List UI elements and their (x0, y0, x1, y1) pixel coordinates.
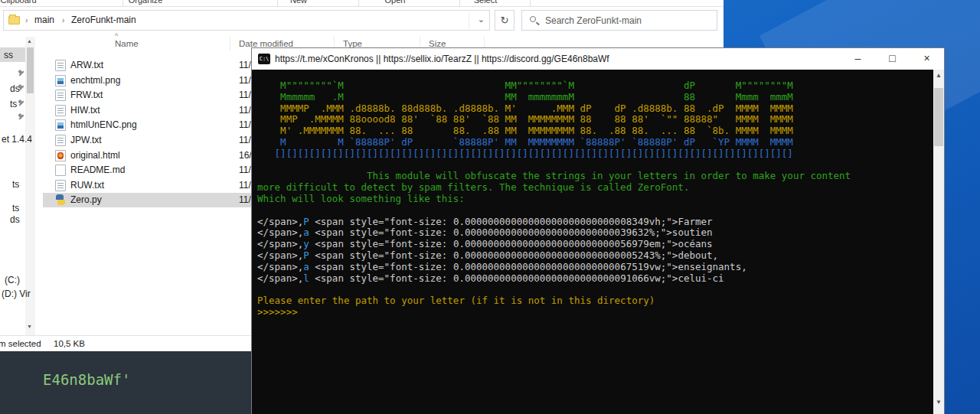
scroll-down-icon[interactable]: ▼ (936, 399, 942, 406)
pin-icon (18, 114, 25, 122)
selection-status: m selected (0, 339, 41, 348)
txt-file-icon (55, 105, 66, 116)
console-line: more difficult to detect by spam filters… (257, 182, 851, 194)
png-file-icon (55, 119, 66, 131)
file-name: JPW.txt (70, 135, 102, 145)
sidebar-item[interactable]: et 1.4.4 (2, 134, 32, 146)
breadcrumb-item-current[interactable]: ZeroFunkt-main (71, 15, 136, 25)
address-bar[interactable]: › main › ZeroFunkt-main ⌄ (3, 10, 490, 31)
close-button[interactable]: × (910, 48, 944, 70)
breadcrumb-item-main[interactable]: main (34, 15, 54, 25)
console-line: </span>,a <span style="font-size: 0.0000… (257, 227, 851, 239)
ribbon-strip: ClipboardOrganizeNewOpenSelect (0, 0, 724, 7)
file-date: 11/ (239, 60, 251, 70)
ribbon-group-organize: Organize (129, 0, 163, 5)
console-title-bar[interactable]: C:\ https://t.me/xConKronos || https://s… (252, 48, 944, 70)
address-dropdown-icon[interactable]: ⌄ (478, 15, 485, 24)
file-date: 11/ (239, 180, 251, 191)
navigation-pane: ▲ ▼ ssdstset 1.4.4tstsds(C:)(D:) Vir (0, 37, 37, 335)
ribbon-group-clipboard: Clipboard (0, 0, 36, 5)
breadcrumb-chevron: › (62, 15, 64, 25)
selection-size: 10,5 KB (54, 339, 85, 348)
ribbon-group-select: Select (474, 0, 498, 5)
html-file-icon (55, 150, 66, 161)
console-line: </span>,y <span style="font-size: 0.0000… (257, 239, 851, 250)
console-window: C:\ https://t.me/xConKronos || https://s… (251, 47, 945, 414)
sidebar-item[interactable]: ss (4, 50, 13, 62)
md-file-icon (55, 165, 66, 176)
file-date: 16/ (239, 150, 252, 161)
maximize-button[interactable]: □ (875, 48, 910, 70)
sidebar-item[interactable]: (D:) Vir (2, 288, 31, 301)
editor-text-fragment: E46n8baWf' (43, 371, 130, 388)
editor-pane: E46n8baWf' (0, 351, 251, 414)
console-line: </span>,P <span style="font-size: 0.0000… (257, 217, 851, 228)
console-scrollbar[interactable]: ▲ ▼ (933, 70, 944, 414)
png-file-icon (55, 75, 66, 86)
txt-file-icon (55, 135, 66, 146)
sidebar-item[interactable]: (C:) (5, 275, 20, 287)
scrollbar-thumb[interactable] (27, 47, 34, 93)
txt-file-icon (55, 180, 66, 191)
pin-icon (18, 100, 25, 108)
scrollbar-thumb[interactable] (934, 88, 943, 146)
console-line: Mmmmmm .M MM mmmmmmmM 88 Mmmm mmmM (257, 92, 851, 103)
file-date: 11/ (239, 194, 251, 205)
divider (469, 13, 469, 29)
file-date: 11/ (239, 135, 251, 145)
file-date: 11/ (239, 90, 251, 100)
file-name: FRW.txt (70, 90, 103, 100)
console-line: MMMMP .MMM .d8888b. 88d888b. .d8888b. M'… (257, 103, 851, 115)
desktop: { "theme": { "green": "#2EA21D", "gold":… (0, 0, 980, 414)
console-line: </span>,P <span style="font-size: 0.0000… (257, 250, 851, 262)
file-name: enchtml.png (70, 75, 120, 86)
scroll-up-icon[interactable]: ▲ (936, 72, 942, 79)
cmd-icon: C:\ (258, 54, 270, 64)
console-line: </span>,l <span style="font-size: 0.0000… (257, 273, 851, 285)
console-body[interactable]: M""""""""`M MM""""""""`M dP M""""""""M M… (252, 70, 944, 414)
console-line: M' .MMMMMMM 88. ... 88 88. .88 MM MMMMMM… (257, 126, 851, 137)
sidebar-item[interactable]: ts (12, 203, 19, 215)
ribbon-group-open: Open (385, 0, 406, 5)
sidebar-item[interactable]: ts (12, 179, 19, 191)
sidebar-item[interactable]: ds (10, 214, 20, 227)
file-name: HIW.txt (70, 105, 100, 116)
console-line: M M `88888P' dP `88888P' MM MMMMMMMM `88… (257, 137, 851, 148)
refresh-button[interactable]: ↻ (495, 10, 514, 31)
scroll-up-icon[interactable]: ▲ (27, 38, 32, 44)
refresh-icon: ↻ (501, 15, 509, 26)
console-line: This module will obfuscate the strings i… (257, 171, 851, 182)
file-date: 11/ (239, 75, 251, 86)
file-name: README.md (70, 165, 125, 175)
breadcrumb-chevron: › (25, 15, 28, 25)
search-box[interactable] (521, 10, 717, 31)
console-line: [][][][][][][][][][][][][][][][][][][][]… (257, 148, 851, 160)
address-toolbar: › main › ZeroFunkt-main ⌄ ↻ (0, 8, 724, 35)
txt-file-icon (55, 90, 66, 101)
console-title: https://t.me/xConKronos || https://selli… (275, 54, 609, 64)
txt-file-icon (55, 60, 66, 71)
console-line (257, 160, 851, 171)
console-line: M""""""""`M MM""""""""`M dP M""""""""M (257, 80, 851, 92)
minimize-button[interactable]: – (841, 48, 875, 70)
search-icon (530, 16, 536, 22)
file-date: 11/ (239, 165, 251, 175)
console-line: >>>>>>> (257, 307, 851, 318)
console-line (257, 205, 851, 217)
file-date: 11/ (239, 105, 251, 116)
pin-icon (18, 70, 25, 78)
console-line: MMP .MMMMM 88ooood8 88' `88 88' `88 MM M… (257, 114, 851, 126)
console-line: Please enter the path to your letter (if… (257, 295, 851, 307)
file-name: original.html (70, 150, 120, 161)
ribbon-group-new: New (290, 0, 307, 5)
search-input[interactable] (545, 13, 710, 28)
column-header-name[interactable]: Name (115, 39, 139, 48)
console-line (257, 284, 851, 295)
pin-icon (18, 85, 25, 93)
sidebar-item[interactable]: ts (10, 99, 17, 111)
file-name: RUW.txt (70, 180, 104, 191)
file-name: Zero.py (70, 194, 102, 205)
scroll-down-icon[interactable]: ▼ (27, 324, 32, 329)
console-line: </span>,a <span style="font-size: 0.0000… (257, 262, 851, 273)
console-line: Which will look something like this: (257, 194, 851, 205)
